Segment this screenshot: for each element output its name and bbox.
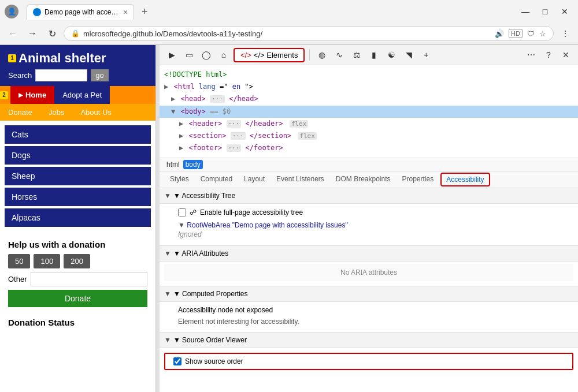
read-aloud-icon[interactable]: 🔊 xyxy=(495,29,504,38)
nav-adopt-link[interactable]: Adopt a Pet xyxy=(54,86,110,104)
aria-attributes-arrow: ▼ xyxy=(164,249,171,257)
html-line-head[interactable]: ▶ <head> ··· </head> xyxy=(160,93,578,105)
search-input[interactable] xyxy=(35,69,87,81)
breadcrumb-html[interactable]: html xyxy=(164,160,182,169)
active-tab[interactable]: Demo page with accessibility issu... × xyxy=(27,4,134,20)
network-icon[interactable]: ∿ xyxy=(332,47,347,62)
alpacas-button[interactable]: Alpacas xyxy=(5,208,151,227)
tab-properties[interactable]: Properties xyxy=(397,171,440,188)
nav-about-link[interactable]: About Us xyxy=(72,104,119,121)
donation-title: Help us with a donation xyxy=(8,240,147,249)
tracking-icon[interactable]: 🛡 xyxy=(527,29,535,38)
accessibility-tree-label: ▼ Accessibility Tree xyxy=(173,192,235,200)
search-label: Search xyxy=(8,71,32,80)
accessibility-tree-section-header[interactable]: ▼ ▼ Accessibility Tree xyxy=(160,188,578,204)
elements-tab-button[interactable]: </> </> Elements xyxy=(234,48,305,62)
amount-50-button[interactable]: 50 xyxy=(8,254,30,268)
amount-100-button[interactable]: 100 xyxy=(34,254,60,268)
source-order-body: Show source order xyxy=(160,348,578,375)
tab-dom-breakpoints[interactable]: DOM Breakpoints xyxy=(330,171,397,188)
search-go-button[interactable]: go xyxy=(91,69,108,81)
cat-button[interactable]: Cats xyxy=(5,125,151,144)
console-icon[interactable]: ◍ xyxy=(314,47,329,62)
minimize-button[interactable]: — xyxy=(517,5,534,18)
tab-close-btn[interactable]: × xyxy=(123,8,128,17)
more-tools-icon[interactable]: ⋯ xyxy=(524,47,539,62)
computed-properties-header[interactable]: ▼ ▼ Computed Properties xyxy=(160,286,578,302)
tab-event-listeners[interactable]: Event Listeners xyxy=(271,171,330,188)
collections-icon[interactable]: ⋮ xyxy=(557,25,573,42)
close-devtools-icon[interactable]: ✕ xyxy=(558,47,573,62)
html-line-footer[interactable]: ▶ <footer> ··· </footer> xyxy=(160,142,578,154)
device-emulation-icon[interactable]: ▭ xyxy=(181,47,197,62)
source-order-header[interactable]: ▼ ▼ Source Order Viewer xyxy=(160,333,578,348)
nav-bar: 2 Home Adopt a Pet xyxy=(0,86,155,104)
accessibility-icon[interactable]: ◯ xyxy=(199,47,214,62)
demo-page-title: Animal shelter xyxy=(18,51,106,66)
aria-attributes-body: No ARIA attributes xyxy=(160,262,578,286)
nav-jobs-link[interactable]: Jobs xyxy=(40,104,72,121)
refresh-button[interactable]: ↻ xyxy=(44,25,60,42)
html-line-body[interactable]: ▼ <body> == $0 xyxy=(160,106,578,118)
toolbar-separator xyxy=(309,49,310,61)
accessibility-tree-body: ☍ Enable full-page accessibility tree ▼ … xyxy=(160,204,578,246)
address-text[interactable]: microsoftedge.github.io/Demos/devtools-a… xyxy=(83,29,491,38)
tab-computed[interactable]: Computed xyxy=(195,171,238,188)
aria-attributes-label: ▼ ARIA Attributes xyxy=(173,249,228,257)
forward-button[interactable]: → xyxy=(24,25,40,42)
badge-2: 2 xyxy=(0,91,8,99)
root-web-expand[interactable]: ▼ xyxy=(178,221,187,229)
close-button[interactable]: ✕ xyxy=(556,5,573,18)
back-button[interactable]: ← xyxy=(5,25,21,42)
donation-section: Help us with a donation 50 100 200 Other… xyxy=(0,234,155,313)
add-panel-icon[interactable]: + xyxy=(418,47,433,62)
tab-favicon xyxy=(33,8,41,16)
badge-1: 1 xyxy=(8,54,16,62)
breadcrumb-body[interactable]: body xyxy=(183,160,203,169)
html-line-section[interactable]: ▶ <section> ··· </section> flex xyxy=(160,130,578,142)
new-tab-button[interactable]: + xyxy=(136,3,153,20)
other-amount-input[interactable] xyxy=(31,272,147,286)
html-line-header[interactable]: ▶ <header> ··· </header> flex xyxy=(160,118,578,130)
application-icon[interactable]: ▮ xyxy=(366,47,381,62)
show-source-order-checkbox[interactable] xyxy=(173,357,181,365)
help-dt-icon[interactable]: ? xyxy=(541,47,556,62)
sheep-button[interactable]: Sheep xyxy=(5,167,151,185)
security-icon[interactable]: ☯ xyxy=(384,47,399,62)
accessibility-tree-arrow: ▼ xyxy=(164,192,171,200)
demo-page-header: 1 Animal shelter Search go xyxy=(0,45,155,86)
dog-button[interactable]: Dogs xyxy=(5,146,151,165)
memory-icon[interactable]: ◥ xyxy=(401,47,416,62)
performance-icon[interactable]: ⚖ xyxy=(349,47,364,62)
hd-icon[interactable]: HD xyxy=(509,29,523,38)
tab-layout[interactable]: Layout xyxy=(238,171,271,188)
aria-attributes-header[interactable]: ▼ ▼ ARIA Attributes xyxy=(160,246,578,262)
lock-icon: 🔒 xyxy=(71,29,80,38)
profile-avatar[interactable]: 👤 xyxy=(5,5,18,18)
tree-icon: ☍ xyxy=(190,208,197,216)
bookmark-icon[interactable]: ☆ xyxy=(539,29,546,38)
ignored-text: Ignored xyxy=(164,230,573,241)
root-web-area-row[interactable]: ▼ RootWebArea "Demo page with accessibil… xyxy=(164,219,573,230)
tab-accessibility[interactable]: Accessibility xyxy=(440,173,490,186)
no-aria-text: No ARIA attributes xyxy=(164,264,573,281)
home-dt-icon[interactable]: ⌂ xyxy=(216,47,231,62)
source-order-label: ▼ Source Order Viewer xyxy=(173,336,247,344)
donation-amounts: 50 100 200 xyxy=(8,254,147,268)
html-line-html[interactable]: ▶ <html lang =" en "> xyxy=(160,81,578,93)
inspect-element-icon[interactable]: ▶ xyxy=(164,47,179,62)
nav-sub-bar: Donate Jobs About Us xyxy=(0,104,155,121)
amount-200-button[interactable]: 200 xyxy=(64,254,90,268)
breadcrumb-bar: html body xyxy=(160,158,578,171)
maximize-button[interactable]: □ xyxy=(536,5,554,18)
html-pane: <!DOCTYPE html> ▶ <html lang =" en "> ▶ … xyxy=(160,65,578,158)
tab-styles[interactable]: Styles xyxy=(164,171,195,188)
nav-home-link[interactable]: Home xyxy=(10,86,54,104)
nav-donate-link[interactable]: Donate xyxy=(0,104,40,121)
elements-tab-label: </> Elements xyxy=(254,51,298,59)
enable-full-page-checkbox[interactable] xyxy=(178,208,186,216)
donate-button[interactable]: Donate xyxy=(8,290,147,307)
other-amount-row: Other xyxy=(8,272,147,286)
horses-button[interactable]: Horses xyxy=(5,188,151,206)
enable-full-page-row: ☍ Enable full-page accessibility tree xyxy=(164,206,573,219)
